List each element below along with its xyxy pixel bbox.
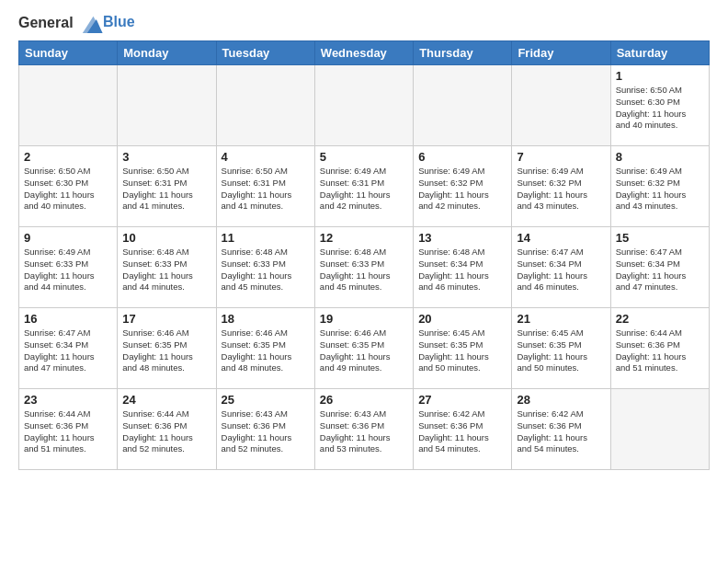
day-number: 11 <box>222 231 310 245</box>
calendar-empty-cell <box>19 65 118 146</box>
day-info: Sunrise: 6:50 AM Sunset: 6:31 PM Dayligh… <box>122 166 210 213</box>
day-info: Sunrise: 6:47 AM Sunset: 6:34 PM Dayligh… <box>616 247 704 293</box>
day-number: 27 <box>418 393 506 407</box>
calendar-empty-cell <box>118 65 216 146</box>
day-info: Sunrise: 6:46 AM Sunset: 6:35 PM Dayligh… <box>122 327 210 374</box>
day-info: Sunrise: 6:46 AM Sunset: 6:35 PM Dayligh… <box>320 327 408 374</box>
day-info: Sunrise: 6:47 AM Sunset: 6:34 PM Dayligh… <box>517 247 605 293</box>
calendar-day-23: 23Sunrise: 6:44 AM Sunset: 6:36 PM Dayli… <box>19 389 118 470</box>
day-number: 8 <box>616 150 704 164</box>
calendar-week-row: 2Sunrise: 6:50 AM Sunset: 6:30 PM Daylig… <box>19 146 710 227</box>
day-info: Sunrise: 6:44 AM Sunset: 6:36 PM Dayligh… <box>616 327 704 374</box>
calendar-header-wednesday: Wednesday <box>314 41 413 65</box>
calendar-header-sunday: Sunday <box>19 41 118 65</box>
calendar-day-14: 14Sunrise: 6:47 AM Sunset: 6:34 PM Dayli… <box>512 227 610 308</box>
calendar-table: SundayMondayTuesdayWednesdayThursdayFrid… <box>18 40 710 470</box>
calendar-day-15: 15Sunrise: 6:47 AM Sunset: 6:34 PM Dayli… <box>610 227 709 308</box>
logo: General Blue <box>18 15 135 33</box>
day-info: Sunrise: 6:49 AM Sunset: 6:32 PM Dayligh… <box>418 166 506 213</box>
calendar-day-20: 20Sunrise: 6:45 AM Sunset: 6:35 PM Dayli… <box>414 308 512 389</box>
calendar-day-5: 5Sunrise: 6:49 AM Sunset: 6:31 PM Daylig… <box>314 146 413 227</box>
day-number: 5 <box>320 150 408 164</box>
calendar-empty-cell <box>610 389 709 470</box>
calendar-week-row: 23Sunrise: 6:44 AM Sunset: 6:36 PM Dayli… <box>19 389 710 470</box>
day-number: 1 <box>616 69 704 83</box>
calendar-week-row: 16Sunrise: 6:47 AM Sunset: 6:34 PM Dayli… <box>19 308 710 389</box>
day-number: 13 <box>418 231 506 245</box>
day-number: 19 <box>320 312 408 326</box>
header: General Blue <box>18 15 710 33</box>
calendar-empty-cell <box>512 65 610 146</box>
day-number: 28 <box>517 393 605 407</box>
calendar-header-thursday: Thursday <box>414 41 512 65</box>
calendar-day-28: 28Sunrise: 6:42 AM Sunset: 6:36 PM Dayli… <box>512 389 610 470</box>
calendar-day-1: 1Sunrise: 6:50 AM Sunset: 6:30 PM Daylig… <box>610 65 709 146</box>
day-number: 4 <box>222 150 310 164</box>
day-number: 17 <box>122 312 210 326</box>
calendar-day-9: 9Sunrise: 6:49 AM Sunset: 6:33 PM Daylig… <box>19 227 118 308</box>
day-info: Sunrise: 6:50 AM Sunset: 6:30 PM Dayligh… <box>24 166 112 213</box>
calendar-header-friday: Friday <box>512 41 610 65</box>
calendar-day-16: 16Sunrise: 6:47 AM Sunset: 6:34 PM Dayli… <box>19 308 118 389</box>
day-info: Sunrise: 6:50 AM Sunset: 6:31 PM Dayligh… <box>222 166 310 213</box>
day-info: Sunrise: 6:48 AM Sunset: 6:33 PM Dayligh… <box>122 247 210 293</box>
day-info: Sunrise: 6:45 AM Sunset: 6:35 PM Dayligh… <box>418 327 506 374</box>
day-number: 24 <box>122 393 210 407</box>
day-info: Sunrise: 6:42 AM Sunset: 6:36 PM Dayligh… <box>517 408 605 455</box>
day-number: 18 <box>222 312 310 326</box>
day-info: Sunrise: 6:42 AM Sunset: 6:36 PM Dayligh… <box>418 408 506 455</box>
day-number: 7 <box>517 150 605 164</box>
calendar-day-18: 18Sunrise: 6:46 AM Sunset: 6:35 PM Dayli… <box>216 308 314 389</box>
day-number: 22 <box>616 312 704 326</box>
day-number: 21 <box>517 312 605 326</box>
calendar-header-row: SundayMondayTuesdayWednesdayThursdayFrid… <box>19 41 710 65</box>
day-number: 6 <box>418 150 506 164</box>
day-number: 2 <box>24 150 112 164</box>
calendar-day-4: 4Sunrise: 6:50 AM Sunset: 6:31 PM Daylig… <box>216 146 314 227</box>
day-info: Sunrise: 6:44 AM Sunset: 6:36 PM Dayligh… <box>122 408 210 455</box>
day-number: 15 <box>616 231 704 245</box>
calendar-day-10: 10Sunrise: 6:48 AM Sunset: 6:33 PM Dayli… <box>118 227 216 308</box>
calendar-week-row: 1Sunrise: 6:50 AM Sunset: 6:30 PM Daylig… <box>19 65 710 146</box>
calendar-day-27: 27Sunrise: 6:42 AM Sunset: 6:36 PM Dayli… <box>414 389 512 470</box>
calendar-day-2: 2Sunrise: 6:50 AM Sunset: 6:30 PM Daylig… <box>19 146 118 227</box>
calendar-day-7: 7Sunrise: 6:49 AM Sunset: 6:32 PM Daylig… <box>512 146 610 227</box>
day-number: 14 <box>517 231 605 245</box>
logo-general: General <box>18 15 74 30</box>
calendar-day-22: 22Sunrise: 6:44 AM Sunset: 6:36 PM Dayli… <box>610 308 709 389</box>
calendar-day-13: 13Sunrise: 6:48 AM Sunset: 6:34 PM Dayli… <box>414 227 512 308</box>
calendar-day-3: 3Sunrise: 6:50 AM Sunset: 6:31 PM Daylig… <box>118 146 216 227</box>
day-info: Sunrise: 6:49 AM Sunset: 6:33 PM Dayligh… <box>24 247 112 293</box>
day-info: Sunrise: 6:49 AM Sunset: 6:32 PM Dayligh… <box>517 166 605 213</box>
calendar-day-8: 8Sunrise: 6:49 AM Sunset: 6:32 PM Daylig… <box>610 146 709 227</box>
calendar-day-21: 21Sunrise: 6:45 AM Sunset: 6:35 PM Dayli… <box>512 308 610 389</box>
day-number: 25 <box>222 393 310 407</box>
day-info: Sunrise: 6:43 AM Sunset: 6:36 PM Dayligh… <box>320 408 408 455</box>
calendar-day-12: 12Sunrise: 6:48 AM Sunset: 6:33 PM Dayli… <box>314 227 413 308</box>
day-number: 9 <box>24 231 112 245</box>
page: General Blue SundayMondayTuesdayWednesda… <box>0 0 728 479</box>
day-info: Sunrise: 6:48 AM Sunset: 6:33 PM Dayligh… <box>222 247 310 293</box>
day-info: Sunrise: 6:48 AM Sunset: 6:33 PM Dayligh… <box>320 247 408 293</box>
calendar-empty-cell <box>414 65 512 146</box>
day-info: Sunrise: 6:49 AM Sunset: 6:31 PM Dayligh… <box>320 166 408 213</box>
day-number: 16 <box>24 312 112 326</box>
calendar-header-saturday: Saturday <box>610 41 709 65</box>
day-number: 12 <box>320 231 408 245</box>
day-number: 10 <box>122 231 210 245</box>
logo-icon <box>79 15 103 33</box>
calendar-day-26: 26Sunrise: 6:43 AM Sunset: 6:36 PM Dayli… <box>314 389 413 470</box>
day-number: 26 <box>320 393 408 407</box>
day-info: Sunrise: 6:50 AM Sunset: 6:30 PM Dayligh… <box>616 85 704 132</box>
day-number: 23 <box>24 393 112 407</box>
logo-blue: Blue <box>103 14 135 29</box>
calendar-week-row: 9Sunrise: 6:49 AM Sunset: 6:33 PM Daylig… <box>19 227 710 308</box>
day-info: Sunrise: 6:43 AM Sunset: 6:36 PM Dayligh… <box>222 408 310 455</box>
day-info: Sunrise: 6:46 AM Sunset: 6:35 PM Dayligh… <box>222 327 310 374</box>
calendar-empty-cell <box>314 65 413 146</box>
calendar-header-monday: Monday <box>118 41 216 65</box>
calendar-day-11: 11Sunrise: 6:48 AM Sunset: 6:33 PM Dayli… <box>216 227 314 308</box>
day-info: Sunrise: 6:47 AM Sunset: 6:34 PM Dayligh… <box>24 327 112 374</box>
day-number: 3 <box>122 150 210 164</box>
calendar-header-tuesday: Tuesday <box>216 41 314 65</box>
